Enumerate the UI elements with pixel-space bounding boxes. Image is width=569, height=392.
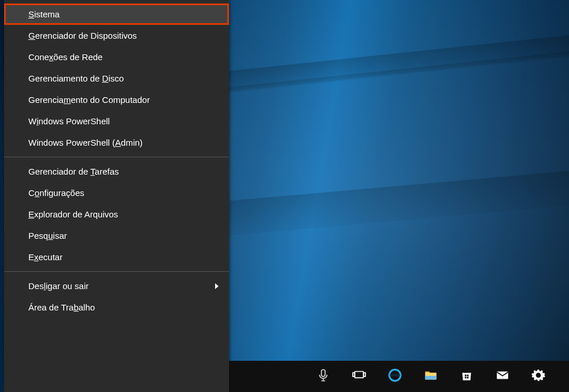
winx-item-1-3[interactable]: Pesquisar [4, 225, 229, 246]
menu-label-accelerator: T [90, 167, 95, 176]
menu-label-post: alho [79, 302, 95, 312]
edge-icon [387, 368, 402, 385]
svg-rect-9 [465, 377, 467, 379]
winx-item-1-4[interactable]: Executar [4, 246, 229, 268]
task-view-button[interactable] [341, 361, 377, 392]
mail-icon [495, 368, 510, 385]
settings-button[interactable] [520, 361, 556, 392]
menu-label-pre: Gerencia [28, 95, 64, 105]
svg-rect-7 [465, 375, 467, 376]
svg-point-12 [537, 373, 540, 376]
mail-button[interactable] [485, 361, 520, 392]
menu-label-accelerator: m [64, 95, 71, 105]
winx-item-0-1[interactable]: Gerenciador de Dispositivos [4, 25, 229, 46]
svg-rect-10 [467, 377, 468, 379]
menu-label-post: arefas [95, 167, 119, 176]
winx-item-0-2[interactable]: Conexões de Rede [4, 46, 229, 68]
microphone-icon [316, 368, 331, 385]
svg-rect-8 [467, 375, 468, 376]
file-explorer-button[interactable] [413, 361, 449, 392]
svg-rect-1 [354, 372, 363, 378]
winx-item-1-0[interactable]: Gerenciador de Tarefas [4, 161, 229, 182]
taskview-icon [352, 368, 367, 385]
cortana-button[interactable] [305, 361, 341, 392]
menu-label-post: ento do Computador [71, 95, 150, 105]
menu-label-post: istema [34, 9, 60, 19]
svg-rect-11 [497, 372, 508, 379]
menu-label-post: erenciador de Dispositivos [35, 31, 137, 40]
taskbar [229, 361, 569, 392]
svg-rect-6 [425, 376, 437, 380]
winx-item-0-3[interactable]: Gerenciamento de Disco [4, 68, 229, 89]
menu-label-accelerator: D [102, 73, 109, 83]
menu-label-post: isco [108, 73, 124, 83]
menu-label-pre: Área de Tra [28, 302, 73, 312]
menu-label-accelerator: o [35, 188, 39, 198]
menu-label-pre: Pesq [28, 231, 48, 241]
menu-label-post: ndows PowerShell [39, 116, 110, 126]
menu-label-pre: C [28, 188, 35, 198]
svg-rect-3 [364, 373, 365, 377]
menu-label-accelerator: A [115, 138, 121, 147]
menu-label-accelerator: x [34, 252, 39, 262]
menu-label-post: nfigurações [39, 188, 84, 198]
menu-label-post: ões de Rede [53, 52, 102, 62]
winx-power-menu: SistemaGerenciador de DispositivosConexõ… [4, 0, 229, 392]
menu-label-post: igar ou sair [46, 281, 88, 291]
menu-separator [4, 157, 229, 157]
menu-label-post: xplorador de Arquivos [34, 209, 118, 219]
menu-label-accelerator: S [28, 9, 34, 19]
menu-label-post: dmin) [121, 138, 143, 147]
menu-separator [4, 271, 229, 272]
menu-label-pre: Windows PowerShell ( [28, 138, 115, 147]
menu-label-accelerator: b [73, 302, 78, 312]
menu-label-post: ecutar [39, 252, 63, 262]
menu-label-pre: Des [28, 281, 44, 291]
menu-label-pre: W [28, 116, 36, 126]
winx-item-1-1[interactable]: Configurações [4, 182, 229, 204]
wallpaper-beam [214, 168, 569, 237]
menu-label-accelerator: u [48, 231, 53, 241]
menu-label-accelerator: G [28, 31, 35, 40]
edge-button[interactable] [377, 361, 413, 392]
store-icon [459, 368, 474, 385]
menu-label-post: isar [53, 231, 67, 241]
winx-item-0-0[interactable]: Sistema [4, 3, 229, 25]
svg-rect-0 [322, 369, 326, 376]
menu-label-pre: Gerenciador de [28, 167, 90, 176]
folder-icon [423, 368, 438, 385]
menu-label-pre: Cone [28, 52, 49, 62]
svg-rect-2 [353, 373, 354, 377]
winx-item-0-5[interactable]: Windows PowerShell [4, 110, 229, 132]
winx-item-1-2[interactable]: Explorador de Arquivos [4, 204, 229, 225]
menu-label-pre: Gerenciamento de [28, 73, 102, 83]
store-button[interactable] [449, 361, 485, 392]
gear-icon [531, 368, 546, 385]
winx-item-0-6[interactable]: Windows PowerShell (Admin) [4, 132, 229, 153]
winx-item-0-4[interactable]: Gerenciamento do Computador [4, 89, 229, 110]
menu-label-accelerator: E [28, 209, 34, 219]
winx-item-2-1[interactable]: Área de Trabalho [4, 297, 229, 318]
winx-item-2-0[interactable]: Desligar ou sair [4, 275, 229, 297]
menu-label-pre: E [28, 252, 34, 262]
